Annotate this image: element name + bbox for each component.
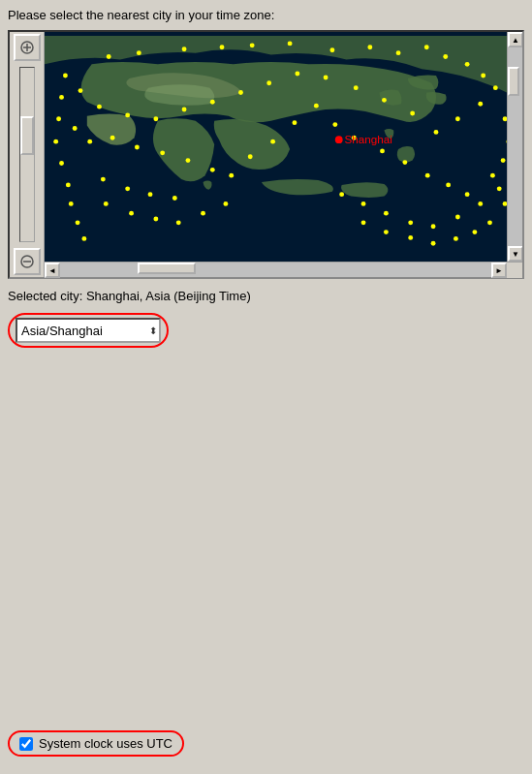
svg-point-92 [76,220,80,225]
zoom-out-button[interactable] [14,248,41,275]
svg-point-14 [396,50,401,55]
svg-point-45 [270,139,275,144]
svg-point-28 [266,80,271,85]
svg-point-35 [78,88,83,93]
map-canvas[interactable]: Shanghai [45,32,507,262]
timezone-select[interactable]: Asia/Shanghai Africa/Abidjan Africa/Accr… [16,318,161,343]
svg-point-74 [490,173,495,178]
svg-point-91 [69,201,74,206]
svg-point-80 [431,241,436,246]
svg-point-9 [220,45,225,49]
svg-point-58 [408,220,413,225]
system-clock-checkbox[interactable] [19,737,33,751]
svg-point-82 [384,230,389,234]
svg-point-83 [361,220,366,225]
svg-point-21 [455,116,460,121]
svg-point-68 [176,220,181,225]
svg-point-34 [97,105,102,109]
svg-point-15 [424,45,429,49]
svg-point-61 [101,177,106,182]
svg-point-84 [339,192,344,197]
svg-point-32 [153,116,158,121]
svg-point-8 [182,46,187,51]
svg-point-47 [314,104,319,108]
spacer [8,354,524,725]
svg-point-86 [59,95,64,100]
right-scrollbar-track[interactable] [508,47,522,246]
svg-point-70 [223,201,228,206]
scroll-up-button[interactable]: ▲ [508,32,522,47]
svg-point-42 [210,168,215,172]
shanghai-text: Shanghai [345,133,392,145]
svg-point-41 [186,158,191,163]
svg-point-93 [81,236,86,241]
svg-point-52 [425,173,430,178]
svg-point-53 [446,182,451,187]
svg-point-88 [53,139,58,144]
bottom-scrollbar: ◄ ► [45,262,522,277]
svg-point-77 [487,220,492,225]
svg-point-85 [63,74,68,78]
timezone-select-oval: Asia/Shanghai Africa/Abidjan Africa/Accr… [8,313,169,348]
svg-point-43 [229,173,234,178]
map-widget: Shanghai ▲ ▼ ◄ [8,30,524,279]
prompt-label: Please select the nearest city in your t… [8,8,524,22]
shanghai-dot [335,136,343,143]
svg-point-73 [501,158,506,163]
svg-point-51 [402,160,407,165]
map-content: Shanghai ▲ ▼ ◄ [45,32,522,277]
svg-point-27 [295,72,299,77]
scrollbar-corner [507,263,522,278]
svg-point-37 [87,139,92,144]
svg-point-24 [382,98,387,103]
svg-point-19 [493,85,498,90]
svg-point-65 [104,201,109,206]
selected-city-label: Selected city: Shanghai, Asia (Beijing T… [8,289,524,303]
svg-point-75 [497,186,502,191]
bottom-scrollbar-thumb[interactable] [138,263,196,274]
map-left-panel [10,32,45,277]
svg-point-67 [153,217,158,222]
svg-point-13 [367,45,372,49]
svg-point-23 [410,111,415,116]
svg-point-26 [324,76,329,80]
right-scrollbar: ▲ ▼ [507,32,522,262]
svg-point-59 [384,211,389,216]
timezone-select-container: Asia/Shanghai Africa/Abidjan Africa/Accr… [16,318,161,343]
svg-point-64 [172,196,177,201]
svg-point-17 [465,62,470,67]
svg-point-31 [182,108,187,112]
zoom-in-button[interactable] [14,34,41,61]
svg-point-62 [125,186,130,191]
svg-point-57 [431,224,436,229]
vertical-scrollbar-thumb[interactable] [20,116,34,155]
page-container: Please select the nearest city in your t… [0,0,532,774]
svg-point-46 [293,120,297,125]
svg-point-56 [455,215,460,220]
svg-point-78 [472,230,477,234]
vertical-scrollbar-track[interactable] [19,67,35,242]
svg-point-40 [160,150,165,155]
svg-point-30 [210,100,215,105]
bottom-scrollbar-track[interactable] [60,263,491,277]
svg-point-38 [110,136,115,140]
svg-point-44 [248,154,253,159]
right-scrollbar-thumb[interactable] [508,67,519,96]
timezone-select-wrapper: Asia/Shanghai Africa/Abidjan Africa/Accr… [8,313,524,348]
svg-point-25 [354,85,359,90]
svg-point-55 [478,201,483,206]
system-clock-label[interactable]: System clock uses UTC [8,730,184,757]
svg-point-20 [478,102,483,107]
svg-point-60 [361,201,366,206]
svg-point-66 [129,211,134,216]
svg-point-11 [288,41,293,46]
scroll-right-button[interactable]: ► [491,263,507,278]
bottom-section: System clock uses UTC [8,730,524,757]
svg-point-54 [465,192,470,197]
svg-point-29 [238,90,243,95]
scroll-down-button[interactable]: ▼ [508,246,522,262]
map-viewport: Shanghai ▲ ▼ [45,32,522,262]
scroll-left-button[interactable]: ◄ [45,263,60,278]
svg-point-63 [148,192,153,197]
svg-point-36 [73,126,78,131]
